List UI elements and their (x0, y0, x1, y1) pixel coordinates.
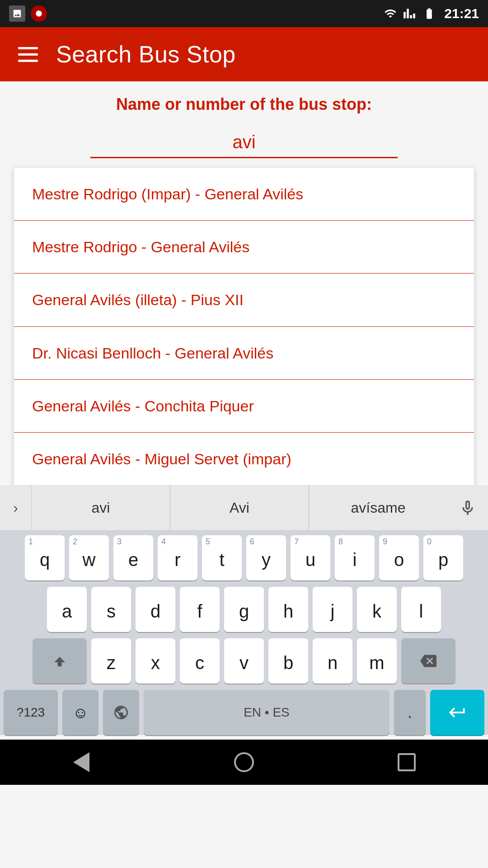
backspace-icon (420, 653, 436, 669)
dropdown-item-3[interactable]: Dr. Nicasi Benlloch - General Avilés (14, 327, 474, 380)
autocomplete-word-1[interactable]: Avi (170, 486, 309, 530)
nav-back-button[interactable] (63, 749, 99, 776)
photo-icon (9, 5, 25, 22)
autocomplete-suggestions: avi Avi avísame (32, 486, 447, 530)
keyboard: 1 q 2 w 3 e 4 r 5 t 6 y 7 u 8 i (0, 531, 488, 735)
key-y-num: 6 (250, 538, 254, 546)
key-i[interactable]: 8 i (335, 535, 375, 580)
key-e-letter: e (128, 550, 138, 570)
key-f-letter: f (197, 601, 202, 622)
key-k-letter: k (372, 601, 381, 622)
enter-icon (447, 703, 467, 722)
key-v[interactable]: v (224, 638, 264, 684)
key-x[interactable]: x (136, 638, 175, 684)
key-c[interactable]: c (180, 638, 220, 684)
autocomplete-expand-button[interactable]: › (0, 486, 32, 530)
status-bar-left (9, 5, 47, 22)
key-l-letter: l (419, 601, 423, 622)
dot-label: . (408, 703, 412, 722)
key-j[interactable]: j (313, 587, 352, 632)
back-triangle-icon (73, 752, 89, 772)
key-o-num: 9 (383, 538, 387, 546)
main-content: Name or number of the bus stop: (0, 81, 488, 167)
key-q-letter: q (40, 550, 50, 570)
key-o-letter: o (394, 550, 404, 570)
key-m-letter: m (369, 653, 384, 673)
emoji-icon: ☺ (73, 704, 89, 722)
key-space[interactable]: EN • ES (144, 690, 389, 735)
key-enter[interactable] (430, 690, 484, 735)
key-b-letter: b (283, 653, 293, 673)
key-e[interactable]: 3 e (113, 535, 153, 580)
key-a-letter: a (62, 601, 72, 622)
key-g-letter: g (239, 601, 249, 622)
key-t-letter: t (219, 550, 224, 570)
nav-home-button[interactable] (226, 749, 262, 776)
signal-icon (403, 7, 416, 20)
dropdown-item-1[interactable]: Mestre Rodrigo - General Avilés (14, 221, 474, 274)
key-h[interactable]: h (268, 587, 308, 632)
key-p-num: 0 (427, 538, 432, 546)
key-f[interactable]: f (180, 587, 220, 632)
home-circle-icon (234, 752, 254, 772)
key-shift[interactable] (33, 638, 87, 684)
app-title: Search Bus Stop (56, 41, 236, 68)
autocomplete-bar: › avi Avi avísame (0, 486, 488, 531)
key-t[interactable]: 5 t (202, 535, 242, 580)
keyboard-row-2: a s d f g h j k l (4, 587, 484, 632)
key-m[interactable]: m (357, 638, 397, 684)
key-a[interactable]: a (47, 587, 87, 632)
key-backspace[interactable] (401, 638, 455, 684)
key-s-letter: s (107, 601, 116, 622)
key-q-num: 1 (28, 538, 33, 546)
key-r[interactable]: 4 r (158, 535, 197, 580)
status-bar-right: 21:21 (383, 6, 479, 21)
nav-recent-button[interactable] (389, 749, 425, 776)
key-dot[interactable]: . (394, 690, 426, 735)
key-g[interactable]: g (224, 587, 264, 632)
key-y-letter: y (262, 550, 271, 570)
key-v-letter: v (239, 653, 249, 673)
app-bar: Search Bus Stop (0, 27, 488, 81)
search-input-wrapper (18, 127, 470, 158)
autocomplete-word-2[interactable]: avísame (309, 486, 447, 530)
key-n[interactable]: n (313, 638, 352, 684)
key-k[interactable]: k (357, 587, 397, 632)
dropdown-item-4[interactable]: General Avilés - Conchita Piquer (14, 380, 474, 433)
key-t-num: 5 (206, 538, 210, 546)
wifi-icon (383, 7, 398, 20)
mic-button[interactable] (447, 499, 488, 517)
search-input[interactable] (90, 127, 398, 158)
key-p[interactable]: 0 p (423, 535, 463, 580)
key-o[interactable]: 9 o (379, 535, 419, 580)
key-s[interactable]: s (91, 587, 131, 632)
key-b[interactable]: b (268, 638, 308, 684)
menu-button[interactable] (18, 47, 38, 62)
key-q[interactable]: 1 q (25, 535, 65, 580)
key-d[interactable]: d (136, 587, 175, 632)
dropdown-item-2[interactable]: General Avilés (illeta) - Pius XII (14, 274, 474, 326)
key-globe[interactable] (103, 690, 139, 735)
key-x-letter: x (151, 653, 160, 673)
circle-icon (31, 5, 47, 22)
key-u[interactable]: 7 u (291, 535, 330, 580)
dropdown-list: Mestre Rodrigo (Impar) - General Avilés … (14, 167, 474, 486)
key-y[interactable]: 6 y (246, 535, 286, 580)
key-num-sym[interactable]: ?123 (4, 690, 58, 735)
dropdown-item-5[interactable]: General Avilés - Miguel Servet (impar) (14, 433, 474, 485)
nav-bar (0, 740, 488, 785)
keyboard-row-4: ?123 ☺ EN • ES . (4, 690, 484, 735)
key-i-num: 8 (338, 538, 343, 546)
key-u-num: 7 (294, 538, 299, 546)
keyboard-row-3: z x c v b n m (4, 638, 484, 684)
key-w[interactable]: 2 w (69, 535, 109, 580)
menu-line-1 (18, 47, 38, 49)
key-emoji[interactable]: ☺ (62, 690, 99, 735)
svg-point-0 (36, 10, 42, 16)
autocomplete-word-0[interactable]: avi (32, 486, 170, 530)
key-w-letter: w (83, 550, 96, 570)
dropdown-item-0[interactable]: Mestre Rodrigo (Impar) - General Avilés (14, 168, 474, 221)
key-l[interactable]: l (401, 587, 441, 632)
key-z[interactable]: z (91, 638, 131, 684)
menu-line-3 (18, 60, 38, 62)
